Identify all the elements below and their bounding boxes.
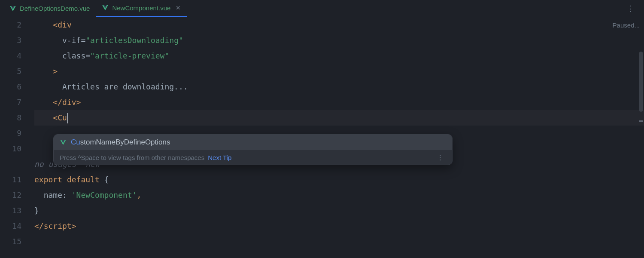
completion-item[interactable]: CustomNameByDefineOptions	[54, 135, 452, 150]
close-icon[interactable]: ✕	[176, 4, 181, 11]
line-number: 10	[0, 141, 21, 157]
code-line: </div>	[34, 95, 644, 110]
scrollbar-marker	[639, 120, 643, 122]
line-number: 6	[0, 79, 21, 95]
vue-icon	[60, 139, 67, 146]
tab-bar: DefineOptionsDemo.vue NewComponent.vue ✕…	[0, 0, 644, 17]
code-line-active: <Cu	[34, 110, 644, 126]
tab-label: DefineOptionsDemo.vue	[20, 5, 90, 12]
line-number: 8	[0, 110, 21, 126]
code-line: class="article-preview"	[34, 48, 644, 64]
line-number: 7	[0, 95, 21, 110]
completion-popup: CustomNameByDefineOptions Press ^Space t…	[53, 134, 453, 165]
tab-define-options[interactable]: DefineOptionsDemo.vue	[3, 0, 96, 17]
tab-overflow-menu[interactable]: ⋮	[621, 4, 641, 13]
gutter: 2 3 4 5 6 7 8 9 10 11 12 13 14 15	[0, 17, 34, 258]
line-number: 4	[0, 48, 21, 64]
line-number: 13	[0, 203, 21, 218]
code-line	[34, 234, 644, 249]
completion-footer: Press ^Space to view tags from other nam…	[54, 150, 452, 165]
scrollbar[interactable]	[638, 17, 644, 258]
line-number: 12	[0, 187, 21, 203]
code-line: <div	[34, 17, 644, 33]
code-line: }	[34, 203, 644, 218]
code-line: </script>	[34, 218, 644, 234]
line-number: 5	[0, 64, 21, 79]
code-line: v-if="articlesDownloading"	[34, 33, 644, 48]
tab-label: NewComponent.vue	[112, 4, 170, 12]
caret	[67, 113, 68, 123]
line-number: 15	[0, 234, 21, 249]
line-number: 9	[0, 126, 21, 141]
next-tip-link[interactable]: Next Tip	[208, 154, 231, 161]
vue-icon	[9, 5, 16, 12]
code-line: Articles are downloading...	[34, 79, 644, 95]
line-number: 3	[0, 33, 21, 48]
code-line: name: 'NewComponent',	[34, 187, 644, 203]
line-number: 11	[0, 172, 21, 187]
vue-icon	[102, 4, 109, 11]
completion-item-label: CustomNameByDefineOptions	[71, 138, 170, 147]
tab-new-component[interactable]: NewComponent.vue ✕	[96, 0, 187, 17]
line-number	[0, 157, 21, 172]
code-line: export default {	[34, 172, 644, 187]
more-icon[interactable]: ⋮	[434, 154, 446, 161]
line-number: 2	[0, 17, 21, 33]
code-line: >	[34, 64, 644, 79]
line-number: 14	[0, 218, 21, 234]
completion-hint: Press ^Space to view tags from other nam…	[60, 154, 204, 161]
scrollbar-thumb[interactable]	[639, 52, 643, 112]
